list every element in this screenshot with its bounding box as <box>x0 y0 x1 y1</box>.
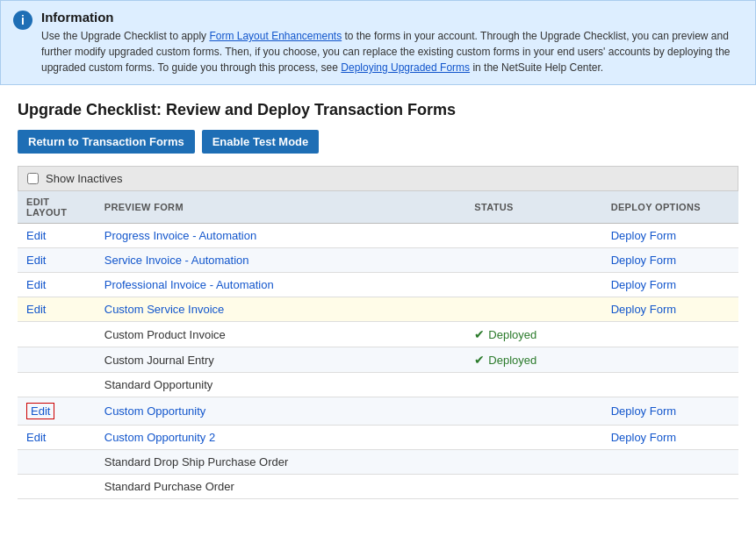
preview-form-label: Standard Purchase Order <box>104 480 234 493</box>
col-header-deploy: DEPLOY OPTIONS <box>602 191 738 224</box>
main-content: Upgrade Checklist: Review and Deploy Tra… <box>0 85 756 508</box>
edit-link[interactable]: Edit <box>26 431 46 444</box>
page-title: Upgrade Checklist: Review and Deploy Tra… <box>18 101 738 119</box>
table-row: Custom Journal Entry✔ Deployed <box>18 347 738 373</box>
info-title: Information <box>41 10 743 25</box>
info-content: Information Use the Upgrade Checklist to… <box>41 10 743 75</box>
preview-form-link[interactable]: Progress Invoice - Automation <box>104 229 256 242</box>
info-icon: i <box>13 11 32 30</box>
edit-link[interactable]: Edit <box>26 278 46 291</box>
preview-form-link[interactable]: Service Invoice - Automation <box>104 254 249 267</box>
deploy-form-link[interactable]: Deploy Form <box>611 303 676 316</box>
table-row: EditProgress Invoice - AutomationDeploy … <box>18 224 738 248</box>
show-inactives-row: Show Inactives <box>18 166 738 191</box>
preview-form-label: Standard Drop Ship Purchase Order <box>104 455 289 469</box>
preview-form-link[interactable]: Custom Opportunity 2 <box>104 431 215 444</box>
deploy-form-link[interactable]: Deploy Form <box>611 254 676 267</box>
edit-link[interactable]: Edit <box>26 403 54 419</box>
deploying-forms-link[interactable]: Deploying Upgraded Forms <box>341 61 470 74</box>
preview-form-label: Standard Opportunity <box>104 378 213 391</box>
table-row: Standard Drop Ship Purchase Order <box>18 450 738 475</box>
deploy-form-link[interactable]: Deploy Form <box>611 431 676 444</box>
deploy-form-link[interactable]: Deploy Form <box>611 404 676 418</box>
table-row: EditCustom Service InvoiceDeploy Form <box>18 297 738 322</box>
show-inactives-label: Show Inactives <box>46 172 122 185</box>
check-icon: ✔ <box>474 353 485 367</box>
table-row: Standard Purchase Order <box>18 475 738 499</box>
preview-form-label: Custom Journal Entry <box>104 354 214 367</box>
info-text-1: Use the Upgrade Checklist to apply <box>41 30 209 42</box>
edit-link[interactable]: Edit <box>26 229 46 242</box>
toolbar: Return to Transaction Forms Enable Test … <box>18 130 738 154</box>
table-row: EditCustom OpportunityDeploy Form <box>18 397 738 426</box>
info-banner: i Information Use the Upgrade Checklist … <box>0 0 756 85</box>
edit-link[interactable]: Edit <box>26 303 46 316</box>
form-layout-link[interactable]: Form Layout Enhancements <box>209 30 342 42</box>
col-header-preview: PREVIEW FORM <box>96 191 466 224</box>
table-header-row: EDIT LAYOUT PREVIEW FORM STATUS DEPLOY O… <box>18 191 738 224</box>
edit-link[interactable]: Edit <box>26 254 46 267</box>
col-header-status: STATUS <box>465 191 601 224</box>
table-row: EditCustom Opportunity 2Deploy Form <box>18 426 738 450</box>
status-badge: ✔ Deployed <box>474 327 593 341</box>
deploy-form-link[interactable]: Deploy Form <box>611 278 676 291</box>
show-inactives-checkbox[interactable] <box>27 173 39 184</box>
table-row: EditProfessional Invoice - AutomationDep… <box>18 273 738 297</box>
status-badge: ✔ Deployed <box>474 353 593 367</box>
preview-form-link[interactable]: Professional Invoice - Automation <box>104 278 274 291</box>
forms-table: EDIT LAYOUT PREVIEW FORM STATUS DEPLOY O… <box>18 191 738 499</box>
check-icon: ✔ <box>474 327 485 341</box>
preview-form-label: Custom Product Invoice <box>104 328 226 341</box>
info-body: Use the Upgrade Checklist to apply Form … <box>41 28 743 75</box>
table-row: EditService Invoice - AutomationDeploy F… <box>18 248 738 273</box>
deploy-form-link[interactable]: Deploy Form <box>611 229 676 242</box>
table-row: Custom Product Invoice✔ Deployed <box>18 322 738 347</box>
preview-form-link[interactable]: Custom Opportunity <box>104 404 206 418</box>
return-transaction-forms-button[interactable]: Return to Transaction Forms <box>18 130 195 154</box>
table-row: Standard Opportunity <box>18 373 738 397</box>
info-text-3: in the NetSuite Help Center. <box>470 61 603 74</box>
preview-form-link[interactable]: Custom Service Invoice <box>104 303 225 316</box>
col-header-edit: EDIT LAYOUT <box>18 191 96 224</box>
enable-test-mode-button[interactable]: Enable Test Mode <box>202 130 320 154</box>
